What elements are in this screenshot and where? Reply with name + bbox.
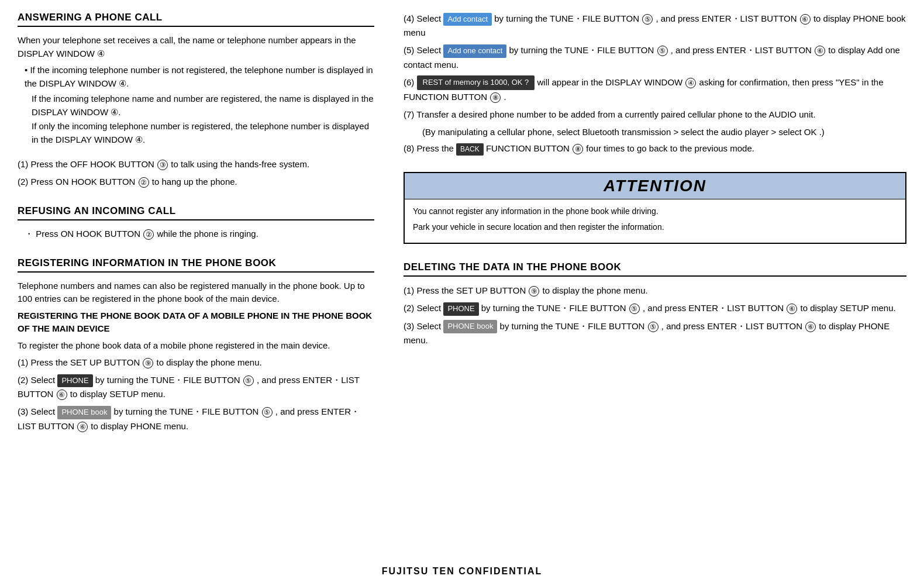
registering-para3: To register the phone book data of a mob… xyxy=(18,339,374,353)
button-num-6a: ⑥ xyxy=(57,389,67,400)
button-num-8a: ⑧ xyxy=(490,92,501,103)
display-num-4b: ④ xyxy=(119,78,126,88)
reg-step5: (5) Select Add one contact by turning th… xyxy=(404,43,906,71)
registering-para2: REGISTERING THE PHONE BOOK DATA OF A MOB… xyxy=(18,309,374,336)
back-badge: BACK xyxy=(456,143,484,156)
button-num-5d: ⑤ xyxy=(657,46,668,56)
right-column: (4) Select Add contact by turning the TU… xyxy=(392,12,906,568)
reg-step6: (6) REST of memory is 1000, OK ? will ap… xyxy=(404,75,906,104)
button-num-8b: ⑧ xyxy=(573,144,583,154)
attention-body: You cannot register any information in t… xyxy=(405,199,905,243)
left-column: ANSWERING A PHONE CALL When your telepho… xyxy=(18,12,392,568)
del-step3: (3) Select PHONE book by turning the TUN… xyxy=(404,319,906,347)
reg-step8: (8) Press the BACK FUNCTION BUTTON ⑧ fou… xyxy=(404,142,906,156)
button-num-6b: ⑥ xyxy=(77,422,88,432)
answering-step2: (2) Press ON HOOK BUTTON ② to hang up th… xyxy=(18,175,374,189)
display-num-4c: ④ xyxy=(111,107,118,117)
button-num-5a: ⑤ xyxy=(243,375,254,386)
answering-title: ANSWERING A PHONE CALL xyxy=(18,12,374,27)
reg-step3: (3) Select PHONE book by turning the TUN… xyxy=(18,405,374,433)
refusing-bullet: ・ Press ON HOOK BUTTON ② while the phone… xyxy=(18,227,374,241)
button-num-2b: ② xyxy=(143,229,154,240)
attention-box: ATTENTION You cannot register any inform… xyxy=(404,172,906,244)
footer-text: FUJITSU TEN CONFIDENTIAL xyxy=(382,566,543,576)
attention-body2: Park your vehicle in secure location and… xyxy=(413,221,897,233)
deleting-section: DELETING THE DATA IN THE PHONE BOOK (1) … xyxy=(404,261,906,347)
reg-step2: (2) Select PHONE by turning the TUNE・FIL… xyxy=(18,373,374,401)
registering-title: REGISTERING INFORMATION IN THE PHONE BOO… xyxy=(18,257,374,273)
phonebook-badge-1: PHONE book xyxy=(57,406,111,419)
reg-step7b: (By manipulating a cellular phone, selec… xyxy=(404,125,906,139)
reg-step7a: (7) Transfer a desired phone number to b… xyxy=(404,108,906,122)
deleting-title: DELETING THE DATA IN THE PHONE BOOK xyxy=(404,261,906,277)
button-num-6e: ⑥ xyxy=(787,304,797,314)
reg-step4: (4) Select Add contact by turning the TU… xyxy=(404,12,906,40)
button-num-2: ② xyxy=(139,177,149,188)
answering-para1: When your telephone set receives a call,… xyxy=(18,34,374,60)
sub2: If only the incoming telephone number is… xyxy=(18,120,374,146)
button-num-4e: ④ xyxy=(685,78,696,88)
refusing-section: REFUSING AN INCOMING CALL ・ Press ON HOO… xyxy=(18,205,374,241)
add-contact-badge: Add contact xyxy=(443,13,492,26)
answering-step1: (1) Press the OFF HOOK BUTTON ③ to talk … xyxy=(18,157,374,171)
reg-step1: (1) Press the SET UP BUTTON ⑨ to display… xyxy=(18,356,374,370)
display-num-4d: ④ xyxy=(135,135,143,144)
registering-section: REGISTERING INFORMATION IN THE PHONE BOO… xyxy=(18,257,374,433)
button-num-5c: ⑤ xyxy=(642,14,653,25)
bullet1: • If the incoming telephone number is no… xyxy=(18,64,374,90)
display-num-4a: ④ xyxy=(97,49,105,58)
footer: FUJITSU TEN CONFIDENTIAL xyxy=(0,566,924,577)
button-num-9a: ⑨ xyxy=(143,358,153,368)
phonebook-badge-2: PHONE book xyxy=(443,320,497,333)
refusing-title: REFUSING AN INCOMING CALL xyxy=(18,205,374,220)
registering-para1: Telephone numbers and names can also be … xyxy=(18,280,374,306)
button-num-9b: ⑨ xyxy=(529,286,539,297)
button-num-6c: ⑥ xyxy=(800,14,811,25)
button-num-5f: ⑤ xyxy=(648,322,658,332)
button-num-6f: ⑥ xyxy=(805,322,816,332)
attention-body1: You cannot register any information in t… xyxy=(413,205,897,218)
del-step2: (2) Select PHONE by turning the TUNE・FIL… xyxy=(404,301,906,315)
sub1: If the incoming telephone name and numbe… xyxy=(18,92,374,119)
add-one-contact-badge: Add one contact xyxy=(443,44,506,58)
rest-of-memory-badge: REST of memory is 1000, OK ? xyxy=(417,75,535,90)
reg-continued-section: (4) Select Add contact by turning the TU… xyxy=(404,12,906,156)
button-num-5b: ⑤ xyxy=(262,407,273,418)
answering-section: ANSWERING A PHONE CALL When your telepho… xyxy=(18,12,374,189)
phone-badge-1: PHONE xyxy=(57,374,92,388)
attention-header: ATTENTION xyxy=(405,173,905,199)
button-num-6d: ⑥ xyxy=(815,46,825,56)
button-num-3: ③ xyxy=(157,160,168,170)
phone-badge-2: PHONE xyxy=(443,302,478,316)
del-step1: (1) Press the SET UP BUTTON ⑨ to display… xyxy=(404,284,906,298)
button-num-5e: ⑤ xyxy=(629,304,640,314)
page: ANSWERING A PHONE CALL When your telepho… xyxy=(0,0,924,586)
